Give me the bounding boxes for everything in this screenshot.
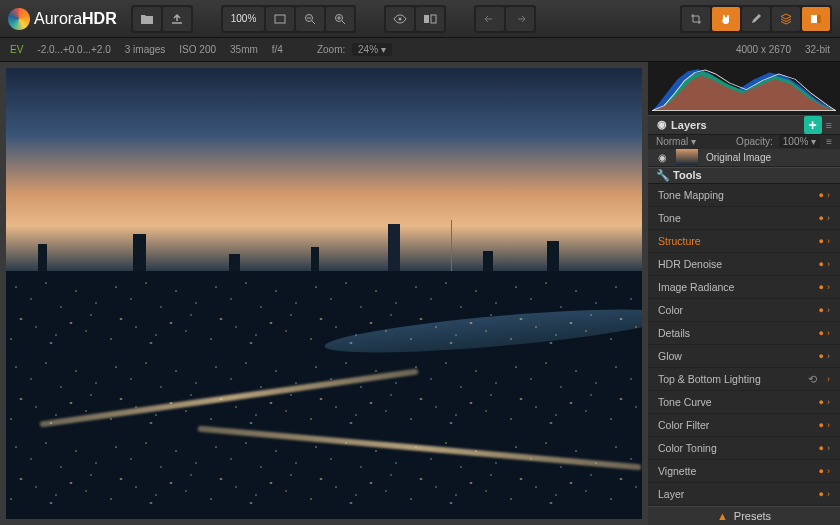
- tool-row-top-bottom-lighting[interactable]: Top & Bottom Lighting⟲›: [648, 368, 840, 391]
- zoom-value-dropdown[interactable]: 24% ▾: [352, 43, 392, 56]
- presets-label: Presets: [734, 510, 771, 522]
- presets-button[interactable]: ▲ Presets: [648, 506, 840, 525]
- tool-row-image-radiance[interactable]: Image Radiance●›: [648, 276, 840, 299]
- tool-row-color-filter[interactable]: Color Filter●›: [648, 414, 840, 437]
- opacity-label: Opacity:: [736, 136, 773, 147]
- main-toolbar: AuroraHDR 100%: [0, 0, 840, 38]
- panels-toggle-button[interactable]: [802, 7, 830, 31]
- logo-icon: [8, 8, 30, 30]
- layer-visibility-toggle[interactable]: ◉: [656, 151, 668, 163]
- tool-row-color-toning[interactable]: Color Toning●›: [648, 437, 840, 460]
- tool-indicator: ●: [819, 351, 823, 361]
- tool-row-glow[interactable]: Glow●›: [648, 345, 840, 368]
- eye-icon[interactable]: ◉: [656, 119, 668, 131]
- tool-label: Structure: [658, 235, 701, 247]
- tools-title: Tools: [673, 169, 702, 181]
- opacity-value-dropdown[interactable]: 100% ▾: [779, 135, 820, 148]
- svg-rect-5: [431, 15, 436, 23]
- tool-row-structure[interactable]: Structure●›: [648, 230, 840, 253]
- tool-row-vignette[interactable]: Vignette●›: [648, 460, 840, 483]
- layer-thumbnail: [676, 149, 698, 165]
- tool-row-tone[interactable]: Tone●›: [648, 207, 840, 230]
- brush-tool-button[interactable]: [742, 7, 770, 31]
- canvas-area[interactable]: [0, 62, 648, 525]
- tool-row-layer[interactable]: Layer●›: [648, 483, 840, 506]
- tool-label: Color Filter: [658, 419, 709, 431]
- app-logo: AuroraHDR: [8, 8, 117, 30]
- tool-indicator: ●: [819, 466, 823, 476]
- tool-label: Vignette: [658, 465, 696, 477]
- blend-mode-dropdown[interactable]: Normal ▾: [656, 136, 696, 147]
- zoom-readout: Zoom: 24% ▾: [317, 44, 392, 55]
- fit-screen-button[interactable]: [266, 7, 294, 31]
- add-layer-button[interactable]: +: [804, 116, 822, 134]
- histogram[interactable]: [648, 62, 840, 115]
- image-preview: [6, 68, 642, 519]
- tool-row-hdr-denoise[interactable]: HDR Denoise●›: [648, 253, 840, 276]
- tools-panel-header: 🔧 Tools: [648, 167, 840, 185]
- layers-menu-button[interactable]: ≡: [826, 119, 832, 131]
- chevron-right-icon: ›: [827, 489, 830, 499]
- chevron-right-icon: ›: [827, 213, 830, 223]
- layer-row[interactable]: ◉ Original Image: [648, 149, 840, 166]
- tool-indicator: ●: [819, 397, 823, 407]
- tool-indicator: ●: [819, 282, 823, 292]
- wrench-icon: 🔧: [656, 169, 670, 182]
- chevron-right-icon: ›: [827, 397, 830, 407]
- svg-point-3: [399, 17, 402, 20]
- chevron-right-icon: ›: [827, 420, 830, 430]
- chevron-right-icon: ›: [827, 443, 830, 453]
- compare-button[interactable]: [416, 7, 444, 31]
- tool-row-details[interactable]: Details●›: [648, 322, 840, 345]
- open-button[interactable]: [133, 7, 161, 31]
- export-button[interactable]: [163, 7, 191, 31]
- redo-button[interactable]: [506, 7, 534, 31]
- tool-label: Glow: [658, 350, 682, 362]
- bit-depth: 32-bit: [805, 44, 830, 55]
- right-sidebar: ◉ Layers + ≡ Normal ▾ Opacity: 100% ▾ ≡ …: [648, 62, 840, 525]
- svg-rect-0: [275, 15, 285, 23]
- zoom-out-button[interactable]: [296, 7, 324, 31]
- ev-value: -2.0...+0.0...+2.0: [37, 44, 110, 55]
- tool-row-tone-mapping[interactable]: Tone Mapping●›: [648, 184, 840, 207]
- tool-label: Tone Curve: [658, 396, 712, 408]
- tool-indicator: ●: [819, 305, 823, 315]
- layer-options-menu[interactable]: ≡: [826, 136, 832, 147]
- chevron-right-icon: ›: [827, 259, 830, 269]
- tool-row-color[interactable]: Color●›: [648, 299, 840, 322]
- hand-tool-button[interactable]: [712, 7, 740, 31]
- tool-label: Top & Bottom Lighting: [658, 373, 761, 385]
- layer-name: Original Image: [706, 152, 771, 163]
- chevron-right-icon: ›: [827, 374, 830, 384]
- image-dimensions: 4000 x 2670: [736, 44, 791, 55]
- tool-label: Tone Mapping: [658, 189, 724, 201]
- tool-indicator: ●: [819, 420, 823, 430]
- crop-tool-button[interactable]: [682, 7, 710, 31]
- tool-row-tone-curve[interactable]: Tone Curve●›: [648, 391, 840, 414]
- layers-title: Layers: [671, 119, 706, 131]
- undo-button[interactable]: [476, 7, 504, 31]
- tool-label: HDR Denoise: [658, 258, 722, 270]
- info-bar: EV -2.0...+0.0...+2.0 3 images ISO 200 3…: [0, 38, 840, 62]
- tool-label: Color: [658, 304, 683, 316]
- tool-label: Color Toning: [658, 442, 717, 454]
- reset-icon[interactable]: ⟲: [808, 373, 817, 386]
- chevron-right-icon: ›: [827, 351, 830, 361]
- tool-label: Layer: [658, 488, 684, 500]
- svg-rect-4: [424, 15, 429, 23]
- zoom-100-button[interactable]: 100%: [223, 7, 265, 31]
- chevron-right-icon: ›: [827, 282, 830, 292]
- tool-indicator: ●: [819, 259, 823, 269]
- chevron-right-icon: ›: [827, 236, 830, 246]
- tool-indicator: ●: [819, 213, 823, 223]
- layer-options: Normal ▾ Opacity: 100% ▾ ≡: [648, 135, 840, 149]
- preview-toggle-button[interactable]: [386, 7, 414, 31]
- zoom-in-button[interactable]: [326, 7, 354, 31]
- tool-indicator: ●: [819, 190, 823, 200]
- chevron-right-icon: ›: [827, 305, 830, 315]
- layers-toggle-button[interactable]: [772, 7, 800, 31]
- tool-label: Image Radiance: [658, 281, 734, 293]
- tool-indicator: ●: [819, 443, 823, 453]
- tool-label: Details: [658, 327, 690, 339]
- svg-rect-7: [817, 15, 821, 23]
